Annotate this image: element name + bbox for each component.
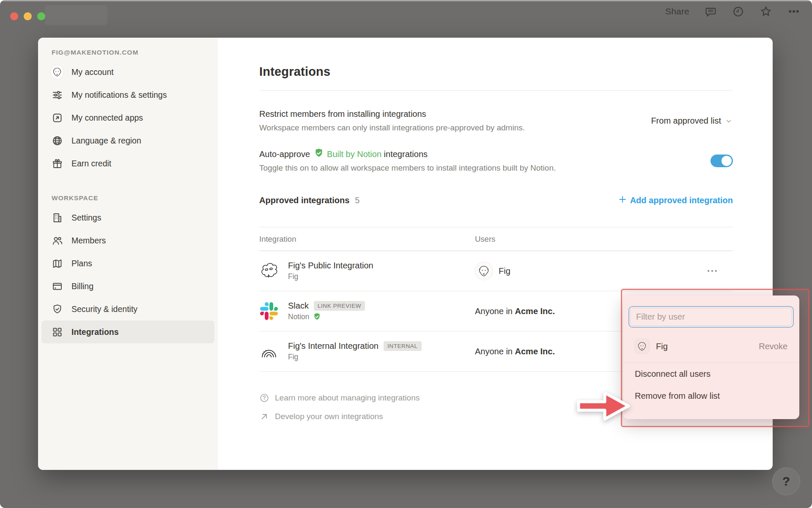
sidebar-tab-ghost — [45, 5, 107, 25]
integration-badge: LINK PREVIEW — [314, 301, 365, 311]
sidebar-item-plans[interactable]: Plans — [41, 252, 214, 275]
revoke-button[interactable]: Revoke — [759, 342, 787, 351]
sidebar-item-label: Members — [71, 236, 106, 246]
auto-approve-desc: Toggle this on to allow all workspace me… — [259, 162, 556, 174]
arrow-up-right-box-icon — [51, 112, 63, 124]
integration-name: Slack — [288, 301, 309, 311]
add-approved-integration-button[interactable]: Add approved integration — [618, 195, 733, 206]
scribble-integration-icon — [259, 261, 279, 281]
integration-name: Fig's Internal Integration — [288, 341, 379, 351]
sliders-icon — [51, 89, 63, 101]
auto-approve-title: Auto-approveBuilt by Notion integrations — [259, 148, 556, 160]
sidebar-item-members[interactable]: Members — [41, 229, 214, 252]
sidebar-item-integrations[interactable]: Integrations — [41, 320, 214, 343]
gift-icon — [51, 158, 63, 169]
built-by-notion-label: Built by Notion — [327, 149, 381, 159]
verified-shield-icon — [313, 148, 324, 159]
arcs-integration-icon — [259, 342, 279, 361]
disconnect-all-users-item[interactable]: Disconnect all users — [623, 363, 799, 385]
filter-input-wrap — [628, 306, 794, 328]
integration-name: Fig's Public Integration — [288, 261, 373, 271]
sidebar-item-my-account[interactable]: My account — [41, 61, 214, 83]
sidebar-item-security-identity[interactable]: Security & identity — [41, 298, 214, 320]
verified-shield-icon — [313, 312, 321, 321]
sidebar-item-label: My account — [71, 67, 114, 77]
sidebar-item-earn-credit[interactable]: Earn credit — [41, 152, 214, 175]
title-divider — [259, 90, 733, 91]
more-options-icon[interactable] — [787, 5, 800, 18]
sidebar-item-settings[interactable]: Settings — [41, 206, 214, 229]
help-button[interactable]: ? — [772, 467, 800, 495]
updates-clock-icon[interactable] — [732, 6, 744, 18]
integration-users-popup: Fig Revoke Disconnect all users Remove f… — [623, 295, 799, 419]
restrict-dropdown[interactable]: From approved list — [651, 116, 733, 126]
restrict-dropdown-value: From approved list — [651, 116, 721, 126]
workspace-header: WORKSPACE — [52, 194, 218, 202]
integration-owner: Notion — [288, 312, 365, 321]
favorite-star-icon[interactable] — [760, 5, 772, 18]
fig-avatar — [635, 339, 649, 353]
auto-approve-toggle[interactable] — [710, 155, 733, 167]
chevron-down-icon — [724, 117, 733, 125]
remove-from-allow-list-item[interactable]: Remove from allow list — [623, 385, 799, 407]
fig-avatar — [475, 262, 493, 280]
comments-icon[interactable] — [705, 6, 717, 18]
traffic-lights — [10, 12, 45, 20]
globe-icon — [51, 135, 63, 146]
sidebar-item-label: My connected apps — [71, 113, 143, 123]
table-header-row: Integration Users — [259, 227, 733, 251]
people-icon — [51, 235, 63, 246]
arrow-up-right-icon — [259, 411, 269, 422]
sidebar-item-label: Language & region — [71, 136, 141, 146]
sidebar-item-label: My notifications & settings — [71, 90, 167, 100]
plus-icon — [618, 195, 627, 206]
annotation-arrow-icon — [573, 388, 633, 424]
building-icon — [51, 212, 63, 224]
shield-check-icon — [51, 304, 63, 315]
sidebar-item-notifications-settings[interactable]: My notifications & settings — [41, 83, 214, 106]
page-title: Integrations — [259, 65, 733, 79]
restrict-title: Restrict members from installing integra… — [259, 108, 525, 120]
approved-integrations-count: 5 — [355, 196, 359, 205]
credit-card-icon — [51, 281, 63, 292]
topbar-actions: Share — [665, 5, 800, 18]
app-window: Share FIG@MAKENOTION.CO — [0, 0, 812, 508]
sidebar-item-language-region[interactable]: Language & region — [41, 129, 214, 152]
user-avatar-icon — [51, 65, 63, 79]
restrict-setting-row: Restrict members from installing integra… — [259, 108, 733, 134]
toggle-knob — [721, 156, 732, 166]
popup-user-name: Fig — [656, 342, 752, 351]
approved-integrations-header: Approved integrations 5 Add approved int… — [259, 195, 733, 206]
window-top-edge — [0, 0, 812, 1]
row-actions-menu-button[interactable] — [697, 265, 733, 277]
user-name: Fig — [499, 266, 510, 276]
sidebar-item-label: Security & identity — [71, 304, 137, 314]
filter-by-user-input[interactable] — [630, 308, 792, 326]
grid-icon — [51, 326, 63, 338]
account-email-header: FIG@MAKENOTION.COM — [52, 49, 218, 56]
settings-sidebar: FIG@MAKENOTION.COM — [38, 38, 218, 470]
integration-owner: Fig — [288, 272, 373, 281]
sidebar-item-label: Earn credit — [71, 159, 111, 168]
sidebar-item-label: Integrations — [71, 327, 119, 337]
sidebar-item-connected-apps[interactable]: My connected apps — [41, 106, 214, 129]
sidebar-item-label: Settings — [71, 213, 101, 223]
column-header-users: Users — [475, 235, 733, 244]
sidebar-item-billing[interactable]: Billing — [41, 275, 214, 298]
minimize-window-button[interactable] — [24, 12, 32, 20]
column-header-integration: Integration — [259, 235, 475, 244]
sidebar-item-label: Billing — [71, 282, 93, 291]
integration-owner: Fig — [288, 353, 422, 362]
sidebar-item-label: Plans — [71, 259, 92, 268]
auto-approve-setting-row: Auto-approveBuilt by Notion integrations… — [259, 148, 733, 174]
table-row[interactable]: Fig's Public Integration Fig — [259, 251, 733, 291]
map-icon — [51, 258, 63, 269]
close-window-button[interactable] — [10, 12, 18, 20]
question-circle-icon — [259, 393, 269, 403]
share-button[interactable]: Share — [665, 6, 689, 17]
restrict-desc: Workspace members can only install integ… — [259, 122, 525, 134]
approved-integrations-title: Approved integrations — [259, 196, 349, 205]
ellipsis-icon — [706, 265, 719, 277]
popup-user-row: Fig Revoke — [635, 337, 787, 356]
zoom-window-button[interactable] — [37, 12, 45, 20]
